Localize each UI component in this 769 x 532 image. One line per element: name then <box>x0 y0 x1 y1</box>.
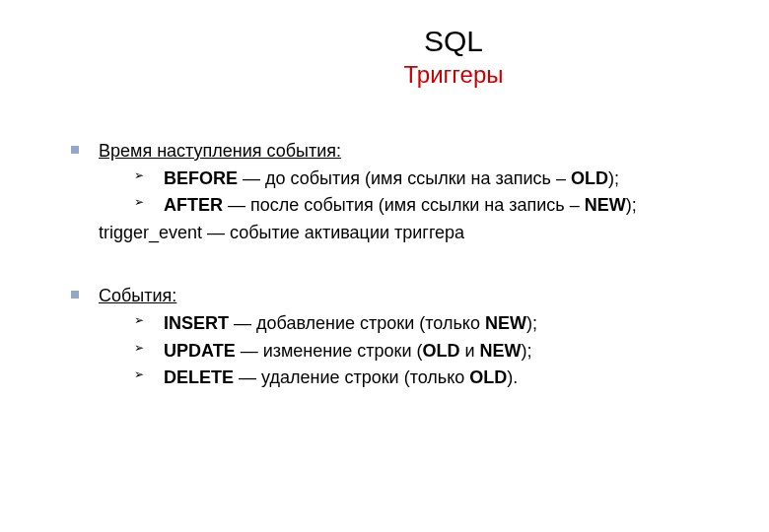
square-bullet-icon <box>71 291 79 299</box>
section-heading: События: <box>99 283 720 308</box>
term-tail: OLD <box>469 367 507 387</box>
slide-subtitle: Триггеры <box>256 61 651 89</box>
arrow-bullet-icon: ➢ <box>134 312 144 329</box>
slide: SQL Триггеры Время наступления события: … <box>0 0 769 532</box>
term: BEFORE <box>164 168 238 188</box>
desc-text: — изменение строки ( <box>236 341 423 361</box>
tail-after: ); <box>522 341 532 361</box>
section-heading: Время наступления события: <box>99 138 720 164</box>
desc-text: — добавление строки (только <box>229 313 485 333</box>
arrow-bullet-icon: ➢ <box>134 167 144 184</box>
sub-item: ➢ BEFORE — до события (имя ссылки на зап… <box>134 166 720 191</box>
arrow-bullet-icon: ➢ <box>134 194 144 211</box>
arrow-bullet-icon: ➢ <box>134 340 144 357</box>
sub-item: ➢ DELETE — удаление строки (только OLD). <box>134 365 720 390</box>
bullet-item: Время наступления события: ➢ BEFORE — до… <box>99 138 720 245</box>
term: AFTER <box>164 195 223 215</box>
term-tail: OLD <box>423 341 460 361</box>
title-block: SQL Триггеры <box>256 24 651 89</box>
term-tail2: NEW <box>480 341 522 361</box>
tail-after: ); <box>608 168 619 188</box>
square-bullet-icon <box>71 146 79 154</box>
sublist: ➢ BEFORE — до события (имя ссылки на зап… <box>134 166 720 218</box>
slide-body: Время наступления события: ➢ BEFORE — до… <box>99 138 720 390</box>
term: INSERT <box>164 313 229 333</box>
tail-after: ); <box>526 313 537 333</box>
term: UPDATE <box>164 341 236 361</box>
sublist: ➢ INSERT — добавление строки (только NEW… <box>134 310 720 389</box>
tail-after: ). <box>507 367 518 387</box>
desc-text: — после события (имя ссылки на запись – <box>223 195 585 215</box>
term: DELETE <box>164 367 234 387</box>
desc-text: — удаление строки (только <box>234 367 469 387</box>
term-tail: NEW <box>585 195 626 215</box>
arrow-bullet-icon: ➢ <box>134 366 144 383</box>
mid-text: и <box>460 341 480 361</box>
sub-item: ➢ AFTER — после события (имя ссылки на з… <box>134 192 720 218</box>
term-tail: NEW <box>485 313 526 333</box>
desc-text: — до события (имя ссылки на запись – <box>238 168 571 188</box>
tail-after: ); <box>626 195 637 215</box>
sub-item: ➢ UPDATE — изменение строки (OLD и NEW); <box>134 338 720 364</box>
term-tail: OLD <box>571 168 608 188</box>
bullet-item: События: ➢ INSERT — добавление строки (т… <box>99 283 720 389</box>
section-footer: trigger_event — событие активации тригге… <box>99 220 720 245</box>
slide-title: SQL <box>256 24 651 59</box>
sub-item: ➢ INSERT — добавление строки (только NEW… <box>134 310 720 336</box>
